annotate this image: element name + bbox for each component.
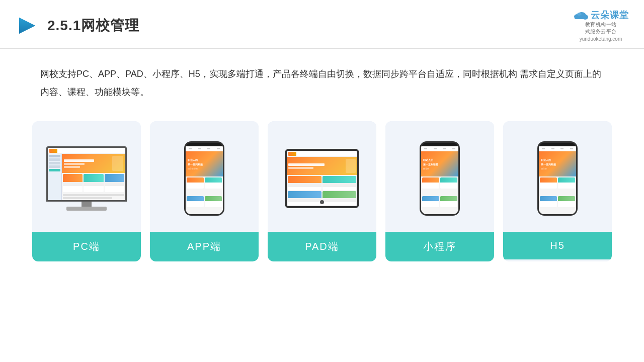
- card-pad-image: [268, 121, 376, 232]
- card-app-image: 职达人的 第一堂判断题 辅导班课程: [150, 121, 259, 232]
- brand-logo-icon: 云朵课堂: [573, 9, 629, 21]
- svg-marker-1: [19, 18, 35, 34]
- h5-phone-notch: [550, 143, 565, 146]
- brand-tagline: 教育机构一站式服务云平台: [585, 21, 617, 35]
- card-app-label: APP端: [150, 232, 259, 261]
- card-pc-image: [32, 121, 141, 232]
- description-text: 网校支持PC、APP、PAD、小程序、H5，实现多端打通，产品各终端自由切换，数…: [0, 49, 644, 111]
- card-h5-image: 职达人的 第一堂判断题 辅导班: [503, 121, 612, 232]
- svg-rect-5: [575, 17, 587, 19]
- card-app: 职达人的 第一堂判断题 辅导班课程: [150, 121, 259, 261]
- pad-device-mock: [285, 149, 359, 208]
- tablet-home-button: [320, 200, 324, 204]
- page-title: 2.5.1网校管理: [47, 16, 139, 35]
- phone-notch: [197, 143, 212, 146]
- miniapp-phone-body: 职达人的 第一堂判断题 辅导班: [420, 141, 460, 216]
- cards-container: PC端 职: [0, 111, 644, 277]
- card-h5-label: H5: [503, 232, 612, 259]
- card-pad: PAD端: [268, 121, 376, 261]
- pc-screen: [46, 146, 127, 202]
- tablet-body: [285, 149, 359, 208]
- logo-arrow-icon: [15, 14, 39, 38]
- h5-phone-body: 职达人的 第一堂判断题 辅导班: [537, 141, 578, 216]
- phone-screen: 职达人的 第一堂判断题 辅导班课程: [186, 146, 223, 214]
- card-h5: 职达人的 第一堂判断题 辅导班: [503, 121, 612, 261]
- phone-body: 职达人的 第一堂判断题 辅导班课程: [184, 141, 224, 216]
- pc-device-mock: [46, 146, 127, 211]
- h5-device-mock: 职达人的 第一堂判断题 辅导班: [537, 141, 578, 216]
- header-right: 云朵课堂 教育机构一站式服务云平台 yunduoketang.com: [573, 9, 629, 42]
- tablet-screen: [287, 151, 357, 206]
- miniapp-phone-screen: 职达人的 第一堂判断题 辅导班: [421, 146, 458, 214]
- cloud-icon: [573, 10, 589, 21]
- card-miniapp: 职达人的 第一堂判断题 辅导班: [385, 121, 494, 261]
- h5-phone-screen: 职达人的 第一堂判断题 辅导班: [539, 146, 576, 214]
- card-pc-label: PC端: [32, 232, 141, 261]
- header: 2.5.1网校管理 云朵课堂 教育机构一站式服务云平台 yunduoketang…: [0, 0, 644, 49]
- description-content: 网校支持PC、APP、PAD、小程序、H5，实现多端打通，产品各终端自由切换，数…: [40, 69, 601, 97]
- card-pc: PC端: [32, 121, 141, 261]
- miniapp-device-mock: 职达人的 第一堂判断题 辅导班: [420, 141, 460, 216]
- card-miniapp-image: 职达人的 第一堂判断题 辅导班: [385, 121, 494, 232]
- app-device-mock: 职达人的 第一堂判断题 辅导班课程: [184, 141, 224, 216]
- card-miniapp-label: 小程序: [385, 232, 494, 261]
- miniapp-phone-notch: [432, 143, 447, 146]
- brand-name: 云朵课堂: [591, 9, 629, 21]
- card-pad-label: PAD端: [268, 232, 376, 261]
- brand-logo: 云朵课堂 教育机构一站式服务云平台 yunduoketang.com: [573, 9, 629, 42]
- header-left: 2.5.1网校管理: [15, 14, 139, 38]
- svg-point-6: [577, 13, 582, 16]
- brand-url: yunduoketang.com: [580, 36, 622, 42]
